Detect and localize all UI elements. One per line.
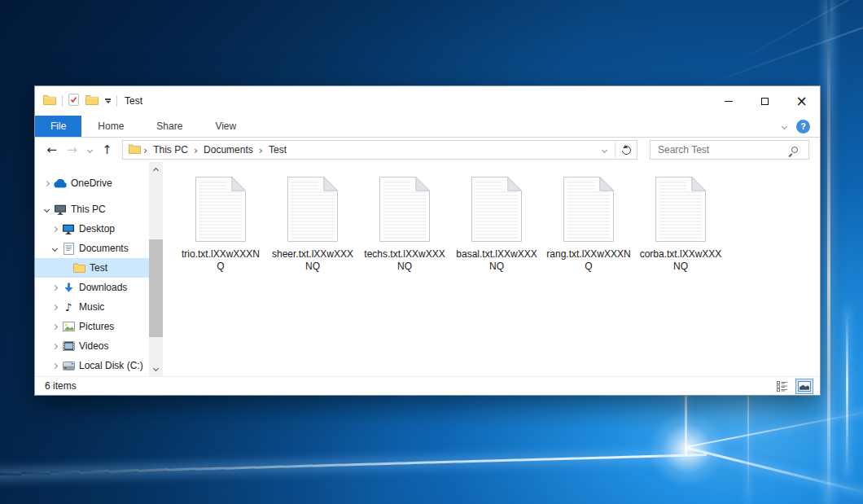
quick-access-toolbar: [43, 94, 123, 108]
minimize-button[interactable]: [710, 86, 747, 116]
file-item[interactable]: sheer.txt.lXXwXXXNQ: [270, 177, 355, 273]
sidebar-item-desktop[interactable]: Desktop: [35, 219, 149, 239]
tab-home[interactable]: Home: [84, 116, 138, 137]
breadcrumb-item-test[interactable]: Test: [265, 144, 290, 156]
window-controls: ×: [710, 86, 820, 116]
search-input[interactable]: [658, 144, 791, 156]
checked-document-icon[interactable]: [68, 94, 79, 108]
downloads-arrow-icon: [60, 283, 77, 293]
sidebar-item-onedrive[interactable]: OneDrive: [35, 173, 149, 193]
sidebar-item-test[interactable]: Test: [35, 258, 149, 278]
navigation-bar: ← → ↑ › This PC › Documents › Test: [35, 138, 820, 162]
wallpaper-glow: [648, 410, 726, 488]
breadcrumb-item-documents[interactable]: Documents: [200, 144, 256, 156]
forward-button[interactable]: →: [62, 144, 82, 156]
expander-collapsed[interactable]: [50, 286, 60, 290]
wallpaper-light-beam: [827, 0, 830, 504]
tree-scrollbar[interactable]: [149, 162, 163, 376]
file-name: corba.txt.lXXwXXXNQ: [638, 248, 723, 273]
address-dropdown-button[interactable]: [594, 141, 615, 159]
wallpaper-light-beam: [698, 15, 863, 89]
sidebar-item-local-disk-c[interactable]: Local Disk (C:): [35, 356, 149, 375]
videos-icon: [60, 341, 77, 351]
documents-icon: [60, 243, 77, 255]
minimize-icon: [725, 101, 733, 102]
expander-expanded[interactable]: [50, 247, 60, 251]
wallpaper-light-beam: [846, 308, 848, 475]
folder-icon[interactable]: [43, 94, 56, 107]
search-icon[interactable]: [791, 147, 798, 153]
details-view-icon: [777, 381, 788, 392]
file-item[interactable]: rang.txt.lXXwXXXNQ: [546, 177, 631, 273]
tab-file[interactable]: File: [35, 116, 81, 137]
tab-share[interactable]: Share: [142, 116, 196, 137]
chevron-up-icon: [153, 167, 159, 173]
expander-collapsed[interactable]: [50, 325, 60, 329]
file-name: techs.txt.lXXwXXXNQ: [362, 248, 447, 273]
text-file-icon: [563, 177, 614, 242]
up-button[interactable]: ↑: [97, 144, 117, 156]
refresh-button[interactable]: [615, 141, 637, 159]
toolbar-dropdown-icon[interactable]: [105, 99, 111, 103]
breadcrumb-separator: ›: [191, 145, 200, 156]
back-button[interactable]: ←: [42, 144, 62, 156]
desktop-background[interactable]: Test × File Home Share View ? ← →: [0, 0, 863, 504]
close-button[interactable]: ×: [783, 86, 820, 116]
expander-collapsed[interactable]: [50, 344, 60, 348]
maximize-icon: [761, 98, 769, 105]
text-file-icon: [195, 177, 246, 242]
text-file-icon: [287, 177, 338, 242]
file-item[interactable]: techs.txt.lXXwXXXNQ: [362, 177, 447, 273]
maximize-button[interactable]: [747, 86, 783, 116]
file-name: basal.txt.lXXwXXXNQ: [454, 248, 539, 273]
sidebar-item-videos[interactable]: Videos: [35, 336, 149, 356]
toolbar-separator: [116, 95, 117, 107]
file-item[interactable]: trio.txt.lXXwXXXNQ: [178, 177, 263, 273]
breadcrumb-item-this-pc[interactable]: This PC: [150, 144, 191, 156]
sidebar-item-downloads[interactable]: Downloads: [35, 278, 149, 297]
text-file-icon: [655, 177, 706, 242]
tab-view[interactable]: View: [201, 116, 250, 137]
expander-collapsed[interactable]: [50, 364, 60, 368]
large-icons-view-button[interactable]: [795, 379, 813, 394]
sidebar-item-this-pc[interactable]: This PC: [35, 199, 149, 219]
search-box[interactable]: [650, 140, 809, 160]
scroll-down-button[interactable]: [149, 362, 163, 376]
folder-icon[interactable]: [85, 94, 99, 107]
file-item[interactable]: corba.txt.lXXwXXXNQ: [638, 177, 723, 273]
text-file-icon: [379, 177, 430, 242]
sidebar-item-documents[interactable]: Documents: [35, 239, 149, 258]
ribbon-collapse-chevron-icon[interactable]: [782, 123, 787, 129]
computer-icon: [52, 204, 68, 215]
file-grid[interactable]: trio.txt.lXXwXXXNQ sheer.txt.lXXwXXXNQ t…: [163, 162, 820, 376]
details-view-button[interactable]: [773, 379, 791, 394]
file-item[interactable]: basal.txt.lXXwXXXNQ: [454, 177, 539, 273]
help-icon[interactable]: ?: [796, 120, 810, 134]
scrollbar-thumb[interactable]: [149, 239, 163, 337]
expander-collapsed[interactable]: [50, 305, 60, 309]
disk-icon: [60, 362, 77, 370]
sidebar-item-pictures[interactable]: Pictures: [35, 317, 149, 336]
expander-collapsed[interactable]: [50, 227, 60, 231]
folder-icon: [71, 263, 87, 273]
scroll-up-button[interactable]: [149, 162, 163, 176]
explorer-window: Test × File Home Share View ? ← →: [34, 85, 821, 396]
chevron-down-icon: [601, 147, 607, 152]
expander-expanded[interactable]: [42, 208, 52, 212]
recent-locations-button[interactable]: [82, 148, 97, 152]
expander-collapsed[interactable]: [42, 182, 52, 186]
title-bar: Test ×: [35, 86, 820, 116]
large-icons-view-icon: [798, 381, 811, 392]
chevron-down-icon: [153, 365, 159, 370]
desktop-icon: [60, 224, 77, 234]
ribbon-tab-strip: File Home Share View ?: [35, 116, 820, 138]
status-bar: 6 items: [35, 376, 820, 395]
window-title: Test: [125, 95, 142, 107]
breadcrumb-separator: ›: [256, 145, 265, 156]
text-file-icon: [471, 177, 522, 242]
breadcrumb-separator: ›: [141, 145, 150, 156]
wallpaper-light-beam: [688, 447, 863, 495]
sidebar-item-music[interactable]: ♪ Music: [35, 297, 149, 317]
file-name: rang.txt.lXXwXXXNQ: [546, 248, 631, 273]
address-bar[interactable]: › This PC › Documents › Test: [122, 140, 637, 160]
